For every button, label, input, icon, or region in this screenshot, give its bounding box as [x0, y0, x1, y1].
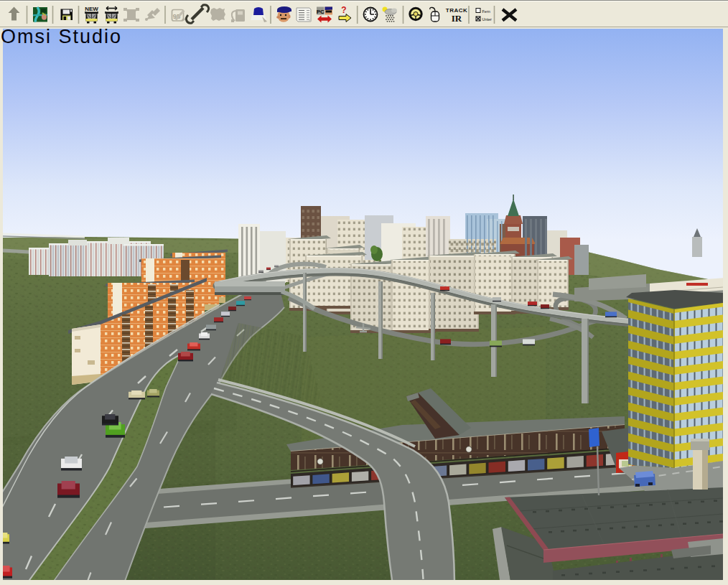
svg-text:NEW: NEW	[85, 6, 98, 12]
svg-text:IR: IR	[452, 13, 462, 24]
svg-text:PC: PC	[317, 9, 325, 15]
svg-text:Unter: Unter	[482, 17, 493, 22]
svg-text:Fern: Fern	[482, 9, 490, 14]
